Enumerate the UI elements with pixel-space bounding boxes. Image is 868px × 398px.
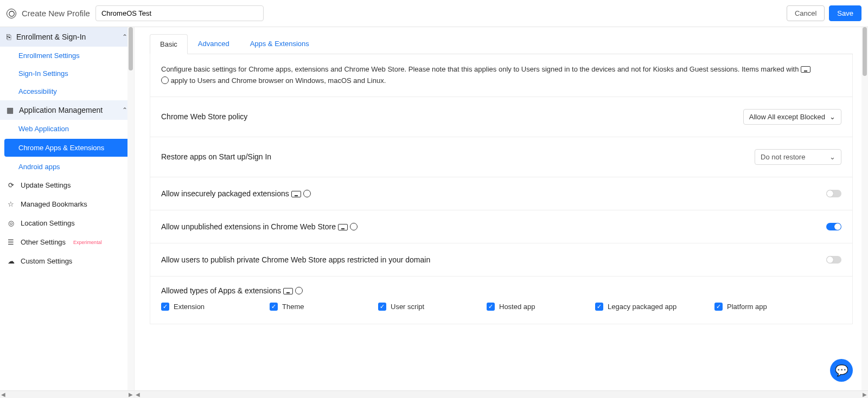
scroll-right-icon[interactable]: ▶ [129,391,133,397]
check-label: Extension [174,303,205,311]
check-label: Legacy packaged app [608,303,676,311]
profile-name-input[interactable] [95,5,264,21]
sidebar-item-chrome-apps-extensions[interactable]: Chrome Apps & Extensions [4,139,130,157]
sidebar-item-update-settings[interactable]: ⟳ Update Settings [0,176,134,195]
setting-label-text: Allow unpublished extensions in Chrome W… [161,222,336,231]
location-icon: ◎ [7,219,15,227]
restore-apps-select[interactable]: Do not restore ⌄ [755,149,841,165]
row-allowed-types: Allowed types of Apps & extensions ✓ Ext… [150,277,852,324]
sidebar-item-label: Custom Settings [21,257,72,265]
sidebar-scrollbar [127,27,134,398]
device-icon [283,288,293,294]
chrome-icon [161,76,169,84]
chrome-icon [295,287,303,294]
sidebar-h-scrollbar: ◀ ▶ [0,390,134,398]
sidebar-item-label: Update Settings [21,181,71,189]
setting-label: Allow users to publish private Chrome We… [161,255,430,264]
device-icon [291,191,301,197]
check-extension[interactable]: ✓ Extension [161,303,270,311]
description-text: Configure basic settings for Chrome apps… [161,65,801,73]
sidebar: ⎘ Enrollment & Sign-In ⌃ Enrollment Sett… [0,27,135,398]
insecure-ext-toggle[interactable] [826,190,841,197]
chat-widget-button[interactable]: 💬 [830,359,853,382]
apps-grid-icon: ▦ [7,106,14,114]
setting-label: Allowed types of Apps & extensions [150,277,852,295]
check-user-script[interactable]: ✓ User script [378,303,487,311]
experimental-badge: Experimental [73,240,102,245]
tab-advanced[interactable]: Advanced [188,34,240,54]
scroll-left-icon[interactable]: ◀ [1,391,5,397]
sidebar-item-accessibility[interactable]: Accessibility [0,82,134,100]
page-title: Create New Profile [22,9,90,18]
setting-label: Allow insecurely packaged extensions [161,189,311,198]
chat-icon: 💬 [835,364,848,377]
sidebar-item-other-settings[interactable]: ☰ Other Settings Experimental [0,233,134,252]
row-insecure-ext: Allow insecurely packaged extensions [150,177,852,210]
sidebar-section-label: Enrollment & Sign-In [16,33,86,41]
chevron-down-icon: ⌄ [829,113,835,121]
sidebar-item-enrollment-settings[interactable]: Enrollment Settings [0,47,134,65]
tab-basic[interactable]: Basic [150,34,188,54]
dropdown-value: Allow All except Blocked [749,113,825,121]
sidebar-item-web-application[interactable]: Web Application [0,120,134,138]
unpublished-ext-toggle[interactable] [826,223,841,230]
sidebar-item-label: Managed Bookmarks [21,200,87,208]
checkbox-icon: ✓ [487,303,495,311]
publish-private-toggle[interactable] [826,256,841,264]
chevron-down-icon: ⌄ [829,153,835,161]
check-label: Platform app [727,303,767,311]
row-restore-apps: Restore apps on Start up/Sign In Do not … [150,137,852,177]
custom-icon: ☁ [7,257,15,265]
select-value: Do not restore [761,153,805,161]
chevron-up-icon: ⌃ [122,33,127,41]
content-scrollbar-thumb[interactable] [863,27,867,76]
cancel-button[interactable]: Cancel [787,5,825,21]
setting-label: Allow unpublished extensions in Chrome W… [161,222,358,231]
description-text: apply to Users and Chrome browser on Win… [171,76,386,85]
sidebar-item-custom-settings[interactable]: ☁ Custom Settings [0,252,134,271]
sidebar-item-label: Location Settings [21,219,75,227]
setting-label-text: Allow insecurely packaged extensions [161,189,289,198]
sidebar-section-apps[interactable]: ▦ Application Management ⌃ [0,100,134,120]
chrome-icon [303,190,311,197]
scroll-left-icon[interactable]: ◀ [136,391,140,397]
checkbox-icon: ✓ [270,303,278,311]
check-label: Theme [282,303,304,311]
sidebar-section-enrollment[interactable]: ⎘ Enrollment & Sign-In ⌃ [0,27,134,47]
check-hosted-app[interactable]: ✓ Hosted app [487,303,595,311]
sidebar-item-android-apps[interactable]: Android apps [0,158,134,176]
check-platform-app[interactable]: ✓ Platform app [714,303,767,311]
sidebar-scrollbar-thumb[interactable] [129,27,133,70]
check-label: User script [391,303,424,311]
check-label: Hosted app [499,303,535,311]
device-icon [338,224,348,230]
check-theme[interactable]: ✓ Theme [270,303,378,311]
device-icon [801,66,810,73]
bookmark-icon: ☆ [7,200,15,208]
check-legacy-packaged[interactable]: ✓ Legacy packaged app [595,303,714,311]
content-area: Basic Advanced Apps & Extensions Configu… [135,27,868,398]
tab-apps-extensions[interactable]: Apps & Extensions [240,34,320,54]
panel-description: Configure basic settings for Chrome apps… [150,54,852,97]
cws-policy-dropdown[interactable]: Allow All except Blocked ⌄ [743,109,841,125]
setting-label: Chrome Web Store policy [161,112,247,121]
content-scrollbar [861,27,868,398]
setting-label-text: Allowed types of Apps & extensions [161,286,281,295]
enrollment-icon: ⎘ [7,33,11,41]
update-icon: ⟳ [7,181,15,189]
sidebar-item-managed-bookmarks[interactable]: ☆ Managed Bookmarks [0,195,134,214]
chevron-up-icon: ⌃ [122,106,127,114]
setting-label: Restore apps on Start up/Sign In [161,152,271,161]
tabs: Basic Advanced Apps & Extensions [150,34,853,54]
save-button[interactable]: Save [829,5,861,21]
checkbox-icon: ✓ [595,303,603,311]
settings-panel: Configure basic settings for Chrome apps… [150,54,853,324]
top-header: ◯ Create New Profile Cancel Save [0,0,868,27]
sidebar-item-location-settings[interactable]: ◎ Location Settings [0,214,134,233]
row-unpublished-ext: Allow unpublished extensions in Chrome W… [150,210,852,243]
row-publish-private: Allow users to publish private Chrome We… [150,243,852,277]
scroll-right-icon[interactable]: ▶ [863,391,867,397]
content-h-scrollbar: ◀ ▶ [135,390,868,398]
sidebar-item-signin-settings[interactable]: Sign-In Settings [0,65,134,82]
sidebar-item-label: Other Settings [21,238,66,246]
